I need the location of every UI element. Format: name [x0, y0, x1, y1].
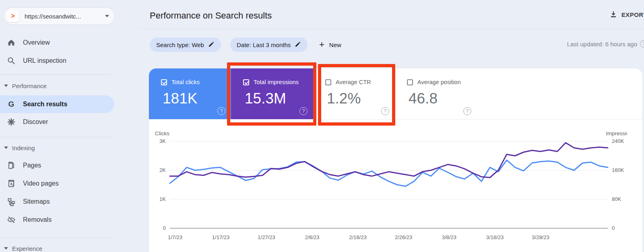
property-url: https://seosandwitc... [25, 13, 102, 20]
sidebar-item-video-pages[interactable]: Video pages [0, 176, 114, 192]
metric-tile-average-ctr[interactable]: Average CTR 1.2% ? [313, 68, 395, 119]
pencil-icon [208, 41, 215, 49]
sidebar-item-search-results[interactable]: G Search results [0, 95, 114, 113]
sidebar-item-label: Sitemaps [23, 198, 50, 205]
left-tick: 3K [159, 138, 166, 144]
sidebar-item-discover[interactable]: Discover [0, 114, 114, 130]
x-axis-label: 3/28/23 [532, 234, 549, 240]
metric-label: Average CTR [336, 79, 371, 85]
x-axis-label: 1/7/23 [168, 234, 182, 240]
chevron-down-icon [4, 247, 8, 250]
sidebar-item-label: Discover [23, 118, 48, 126]
sidebar-item-url-inspection[interactable]: URL inspection [0, 53, 114, 69]
metric-value: 1.2% [327, 90, 395, 107]
plus-icon: + [319, 40, 324, 49]
metric-label: Total clicks [171, 79, 200, 85]
x-axis-label: 2/26/23 [395, 234, 412, 240]
left-tick: 2K [159, 167, 166, 173]
sidebar-section-experience[interactable]: Experience [0, 242, 114, 252]
sidebar-section-indexing[interactable]: Indexing [0, 141, 114, 155]
metric-label: Total impressions [254, 79, 299, 85]
pages-icon [6, 161, 16, 170]
right-tick: 160K [612, 167, 624, 173]
x-axis-label: 3/8/23 [442, 234, 456, 240]
sidebar-item-removals[interactable]: Removals [0, 212, 114, 228]
section-label: Indexing [12, 145, 35, 151]
new-label: New [329, 41, 341, 48]
sidebar-item-label: Removals [23, 216, 52, 223]
section-label: Experience [12, 245, 42, 252]
sidebar-divider [0, 74, 111, 75]
checkbox[interactable] [325, 79, 331, 85]
chevron-down-icon [4, 85, 8, 87]
help-icon[interactable]: ? [217, 107, 225, 115]
filter-chip-search-type[interactable]: Search type: Web [150, 37, 221, 52]
metric-tile-total-clicks[interactable]: Total clicks 181K ? [149, 68, 231, 119]
checkbox[interactable] [407, 79, 413, 85]
tiles-divider [149, 119, 642, 120]
sidebar-item-sitemaps[interactable]: Sitemaps [0, 194, 114, 210]
help-icon[interactable]: ? [299, 107, 308, 115]
sidebar-item-label: URL inspection [23, 57, 66, 64]
page-title: Performance on Search results [150, 10, 272, 21]
help-icon[interactable]: ? [381, 107, 389, 115]
help-icon[interactable]: ? [463, 107, 471, 115]
right-tick: 80K [612, 196, 621, 202]
sidebar-item-label: Video pages [23, 180, 59, 187]
checkbox[interactable] [161, 79, 167, 85]
discover-asterisk-icon [6, 117, 16, 127]
search-icon [6, 56, 16, 66]
sidebar-item-overview[interactable]: Overview [0, 35, 114, 51]
sidebar-divider [0, 137, 111, 137]
last-updated-status: Last updated: 6 hours ago ? [567, 40, 644, 48]
chart-series [170, 143, 608, 186]
x-axis-label: 1/17/23 [212, 234, 229, 240]
home-icon [6, 38, 16, 48]
metric-tile-total-impressions[interactable]: Total impressions 15.3M ? [231, 68, 313, 119]
search-console-app: > https://seosandwitc... Overview URL in… [0, 0, 644, 252]
sidebar-section-performance[interactable]: Performance [0, 79, 114, 93]
right-tick: 240K [612, 138, 624, 144]
sidebar-item-label: Search results [23, 101, 67, 108]
help-icon[interactable]: ? [640, 40, 644, 48]
series-line-impressions [170, 143, 608, 178]
right-axis-title: Impressions [606, 130, 627, 136]
x-axis-label: 2/16/23 [349, 234, 366, 240]
video-pages-icon [6, 179, 16, 188]
left-tick: 1K [159, 196, 166, 202]
sidebar-item-pages[interactable]: Pages [0, 157, 114, 174]
checkbox[interactable] [243, 79, 249, 85]
left-tick: 0 [163, 225, 166, 231]
new-filter-button[interactable]: + New [319, 37, 341, 52]
download-icon [609, 10, 617, 19]
filter-chip-date[interactable]: Date: Last 3 months [230, 37, 308, 52]
pencil-icon [295, 41, 301, 49]
right-tick: 0 [612, 225, 615, 231]
chevron-down-icon [4, 147, 8, 149]
export-label: EXPORT [621, 11, 644, 18]
left-axis-title: Clicks [155, 130, 169, 136]
property-selector[interactable]: > https://seosandwitc... [3, 7, 115, 25]
dropdown-caret-icon [105, 15, 109, 17]
series-line-clicks [170, 160, 608, 186]
metric-tile-average-position[interactable]: Average position 46.8 ? [395, 68, 477, 119]
export-button[interactable]: EXPORT [609, 10, 644, 19]
last-updated-text: Last updated: 6 hours ago [567, 41, 637, 48]
metric-value: 15.3M [245, 90, 313, 107]
performance-line-chart: Clicks Impressions 3K 2K 1K 0 240K 160K … [152, 130, 627, 246]
header-divider [138, 29, 644, 29]
metric-value: 46.8 [409, 90, 477, 107]
chip-label: Search type: Web [156, 41, 204, 48]
section-label: Performance [12, 83, 47, 89]
x-axis-label: 3/18/23 [486, 234, 504, 240]
x-axis-label: 2/6/23 [305, 234, 319, 240]
site-favicon-icon: > [7, 10, 19, 22]
eye-off-icon [6, 215, 16, 225]
sidebar-item-label: Overview [23, 39, 50, 46]
metric-label: Average position [417, 79, 461, 85]
sitemaps-icon [6, 197, 16, 207]
metric-value: 181K [163, 90, 231, 107]
google-g-icon: G [6, 99, 16, 109]
chip-label: Date: Last 3 months [237, 41, 291, 48]
sidebar-divider [0, 238, 111, 238]
